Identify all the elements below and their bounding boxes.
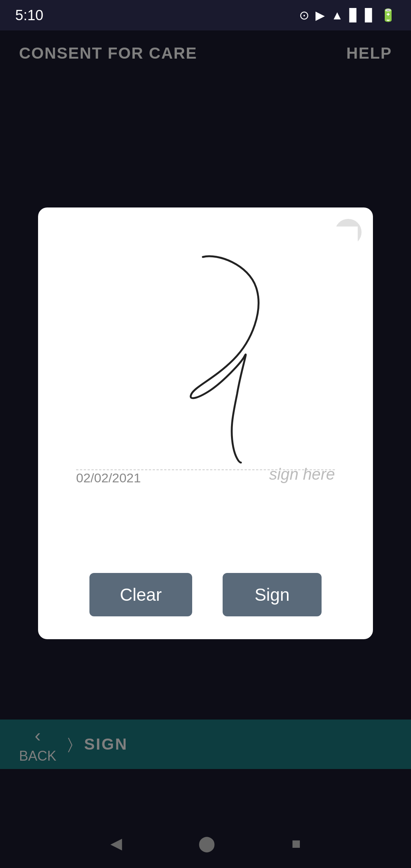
- wifi-icon: ▲: [331, 8, 343, 22]
- clear-button[interactable]: Clear: [89, 573, 192, 616]
- signature-drawing: [127, 249, 302, 470]
- play-icon: ▶: [315, 8, 325, 22]
- signature-hint: sign here: [269, 465, 335, 483]
- status-time: 5:10: [15, 7, 43, 24]
- modal-buttons: Clear Sign: [53, 573, 358, 624]
- signal2-icon: ▊: [365, 8, 374, 22]
- sign-button[interactable]: Sign: [223, 573, 322, 616]
- battery-icon: 🔋: [381, 8, 396, 22]
- signature-canvas[interactable]: 02/02/2021 sign here: [53, 227, 358, 554]
- status-icons: ⊙ ▶ ▲ ▊ ▊ 🔋: [299, 8, 396, 22]
- signature-date: 02/02/2021: [76, 471, 141, 485]
- app-background: CONSENT FOR CARE HELP ‹ BACK 〉 SIGN ◀ ⬤ …: [0, 30, 411, 868]
- signal-icon: ▊: [349, 8, 359, 22]
- status-bar: 5:10 ⊙ ▶ ▲ ▊ ▊ 🔋: [0, 0, 411, 30]
- circle-icon: ⊙: [299, 8, 309, 22]
- signature-modal: × 02/02/2021 sign here Clear Sign: [38, 207, 373, 639]
